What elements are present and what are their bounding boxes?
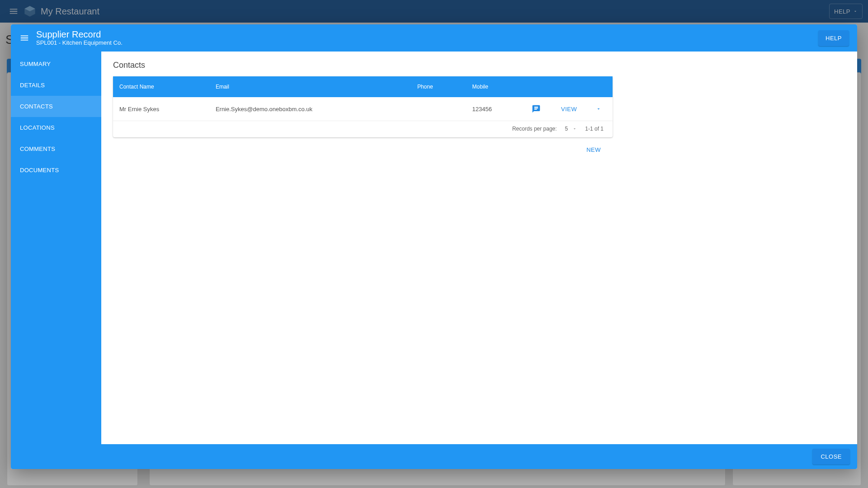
new-contact-button[interactable]: NEW [582, 143, 605, 157]
modal-subtitle: SPL001 - Kitchen Equipment Co. [36, 39, 123, 47]
cell-mobile: 123456 [466, 97, 526, 121]
modal-help-button[interactable]: HELP [818, 30, 849, 46]
sidebar-item-comments[interactable]: COMMENTS [11, 138, 101, 160]
pager-pagesize-value: 5 [565, 126, 568, 132]
caret-down-icon [596, 106, 601, 112]
caret-down-icon [572, 127, 577, 131]
close-button[interactable]: CLOSE [812, 449, 850, 465]
cell-name: Mr Ernie Sykes [113, 97, 209, 121]
section-heading: Contacts [113, 61, 845, 70]
hamburger-icon [19, 33, 29, 43]
row-menu-button[interactable] [590, 97, 613, 121]
contacts-table: Contact Name Email Phone Mobile Mr Ernie… [113, 76, 613, 121]
table-pager: Records per page: 5 1-1 of 1 [113, 121, 613, 137]
row-comment-button[interactable] [525, 97, 548, 121]
cell-email: Ernie.Sykes@demo.oneboxbm.co.uk [209, 97, 411, 121]
table-row: Mr Ernie Sykes Ernie.Sykes@demo.oneboxbm… [113, 97, 613, 121]
modal-footer: CLOSE [11, 444, 857, 469]
contacts-table-card: Contact Name Email Phone Mobile Mr Ernie… [113, 76, 613, 137]
modal-header: Supplier Record SPL001 - Kitchen Equipme… [11, 24, 857, 52]
col-contact-name: Contact Name [113, 76, 209, 97]
sidebar-item-summary[interactable]: SUMMARY [11, 53, 101, 75]
comment-icon [532, 104, 541, 113]
sidebar-item-contacts[interactable]: CONTACTS [11, 96, 101, 117]
col-mobile: Mobile [466, 76, 526, 97]
sidebar-item-details[interactable]: DETAILS [11, 75, 101, 96]
pager-pagesize-select[interactable]: 5 [565, 126, 577, 132]
cell-phone [411, 97, 466, 121]
col-email: Email [209, 76, 411, 97]
supplier-record-modal: Supplier Record SPL001 - Kitchen Equipme… [11, 24, 857, 469]
modal-title: Supplier Record [36, 29, 123, 39]
pager-label: Records per page: [512, 126, 557, 132]
pager-range: 1-1 of 1 [585, 126, 604, 132]
modal-sidebar: SUMMARY DETAILS CONTACTS LOCATIONS COMME… [11, 52, 101, 444]
col-phone: Phone [411, 76, 466, 97]
modal-menu-button[interactable] [15, 29, 33, 47]
modal-content: Contacts Contact Name Email Phone Mobile [101, 52, 857, 444]
row-view-button[interactable]: VIEW [561, 106, 577, 113]
sidebar-item-documents[interactable]: DOCUMENTS [11, 160, 101, 181]
sidebar-item-locations[interactable]: LOCATIONS [11, 117, 101, 138]
